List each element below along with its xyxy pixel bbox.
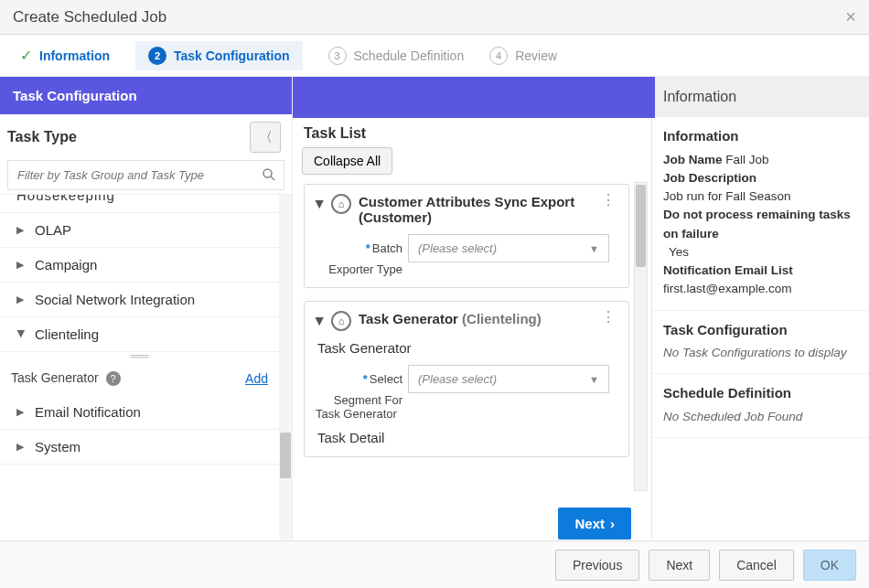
chevron-left-icon: 〈 [259, 129, 273, 146]
tree-scrollbar[interactable] [279, 195, 292, 540]
group-campaign[interactable]: ▶Campaign [0, 248, 279, 283]
kv-halt-value: Yes [663, 243, 858, 262]
kv-email-list: Notification Email List [663, 262, 858, 280]
kv-email-value: first.last@example.com [663, 280, 858, 298]
step-review[interactable]: 4 Review [489, 47, 557, 65]
group-clienteling[interactable]: ▶Clienteling [0, 317, 279, 352]
select-placeholder: (Please select) [418, 241, 497, 255]
caret-down-icon: ▶ [16, 330, 27, 339]
field-label-line2: Segment For [316, 393, 402, 407]
kv-job-description: Job Description [663, 169, 858, 187]
step-information[interactable]: ✓ Information [20, 47, 110, 64]
group-social-network-integration[interactable]: ▶Social Network Integration [0, 283, 279, 317]
select-segment-select[interactable]: (Please select) ▼ [408, 365, 609, 393]
cancel-button[interactable]: Cancel [719, 550, 794, 581]
select-placeholder: (Please select) [418, 372, 497, 386]
panel-banner: Task Configuration [0, 77, 292, 114]
group-olap[interactable]: ▶OLAP [0, 213, 279, 248]
task-card-task-generator: ▶ ⌂ Task Generator (Clienteling) ⋮ Task … [304, 301, 629, 457]
batch-exporter-type-select[interactable]: (Please select) ▼ [408, 234, 609, 262]
ok-button[interactable]: OK [803, 550, 856, 581]
scrollbar-thumb[interactable] [636, 185, 646, 267]
task-type-tree: Housekeeping ▶OLAP ▶Campaign ▶Social Net… [0, 194, 292, 540]
step-label: Schedule Definition [354, 48, 465, 63]
check-icon: ✓ [20, 47, 32, 64]
info-section-title: Task Configuration [663, 320, 858, 341]
dialog-title: Create Scheduled Job [13, 8, 166, 27]
step-schedule-definition[interactable]: 3 Schedule Definition [328, 47, 465, 65]
info-section-title: Information [663, 126, 858, 147]
field-label-batch-exporter-type: *Batch [316, 241, 402, 255]
info-section-body: No Scheduled Job Found [663, 408, 858, 426]
section-label-task-detail: Task Detail [316, 421, 619, 445]
caret-right-icon: ▶ [16, 441, 26, 453]
task-icon: ⌂ [331, 311, 351, 331]
help-icon[interactable]: ? [106, 371, 121, 386]
caret-down-icon[interactable]: ▶ [314, 317, 327, 326]
svg-line-1 [271, 176, 274, 180]
svg-point-0 [263, 169, 272, 177]
step-number: 3 [328, 47, 347, 65]
task-type-panel: Task Configuration Task Type 〈 Housekeep… [0, 77, 293, 540]
step-number: 2 [148, 47, 166, 65]
caret-right-icon: ▶ [16, 224, 26, 236]
field-label-line3: Task Generator [316, 407, 397, 421]
info-panel: Information Information Job Name Fall Jo… [651, 77, 869, 540]
filter-input[interactable] [8, 161, 284, 189]
kebab-menu-icon[interactable]: ⋮ [597, 194, 619, 207]
task-icon: ⌂ [331, 194, 351, 214]
group-email-notification[interactable]: ▶Email Notification [0, 395, 279, 430]
task-type-item-label: Task Generator [11, 370, 99, 385]
step-number: 4 [489, 47, 508, 65]
task-card-group: (Customer) [359, 209, 432, 225]
info-panel-header: Information [652, 77, 869, 117]
wizard-steps: ✓ Information 2 Task Configuration 3 Sch… [0, 35, 869, 77]
dialog-footer: Previous Next Cancel OK [0, 540, 869, 588]
chevron-down-icon: ▼ [589, 243, 599, 254]
chevron-down-icon: ▼ [589, 374, 599, 385]
info-section-title: Schedule Definition [663, 383, 858, 404]
next-step-button[interactable]: Next› [558, 508, 631, 540]
step-label: Task Configuration [174, 48, 290, 63]
field-label-line2: Exporter Type [316, 262, 402, 276]
group-system[interactable]: ▶System [0, 430, 279, 465]
caret-down-icon[interactable]: ▶ [314, 200, 327, 208]
collapse-all-button[interactable]: Collapse All [302, 147, 392, 175]
caret-right-icon: ▶ [16, 259, 26, 271]
step-label: Review [515, 48, 557, 63]
task-type-filter [7, 160, 284, 190]
chevron-right-icon: › [610, 516, 615, 531]
task-type-item-task-generator: Task Generator ? Add [0, 361, 279, 395]
task-type-header: Task Type [7, 129, 77, 145]
collapse-panel-button[interactable]: 〈 [250, 122, 281, 153]
step-task-configuration[interactable]: 2 Task Configuration [135, 41, 303, 70]
section-label-task-generator: Task Generator [316, 331, 619, 356]
search-icon[interactable] [262, 167, 276, 185]
task-card-title: Task Generator (Clienteling) [359, 311, 542, 326]
kv-job-description-value: Job run for Fall Season [663, 187, 858, 206]
field-label-select-segment: *Select [316, 372, 402, 386]
scrollbar-thumb[interactable] [280, 433, 291, 478]
kv-halt-on-failure: Do not process remaining tasks on failur… [663, 206, 858, 243]
kv-job-name: Job Name Fall Job [663, 151, 858, 169]
info-section-body: No Task Configurations to display [663, 344, 858, 362]
caret-right-icon: ▶ [16, 406, 26, 418]
task-card-customer-attributes-sync-export: ▶ ⌂ Customer Attributes Sync Export (Cus… [304, 184, 629, 288]
add-link[interactable]: Add [245, 371, 268, 386]
group-housekeeping-partial[interactable]: Housekeeping [0, 194, 279, 213]
task-list-scrollbar[interactable] [634, 182, 648, 491]
next-button[interactable]: Next [649, 550, 710, 581]
close-icon[interactable]: × [845, 6, 856, 27]
dialog-titlebar: Create Scheduled Job × [0, 0, 869, 35]
caret-right-icon: ▶ [16, 294, 26, 305]
drag-handle-icon[interactable]: ══ [0, 352, 279, 361]
task-card-title: Customer Attributes Sync Export [359, 194, 574, 209]
previous-button[interactable]: Previous [555, 550, 639, 581]
task-list-header: Task List [302, 118, 366, 144]
task-list-panel: Task List Collapse All ▶ ⌂ Customer Attr… [293, 77, 651, 540]
step-label: Information [39, 48, 110, 63]
kebab-menu-icon[interactable]: ⋮ [597, 311, 619, 324]
